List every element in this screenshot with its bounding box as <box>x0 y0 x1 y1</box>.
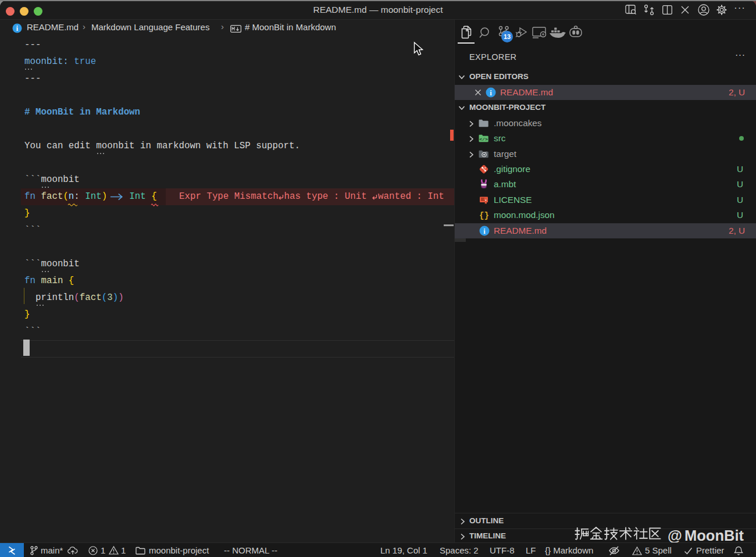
svg-text:</>: </> <box>479 137 488 142</box>
svg-text:i: i <box>490 89 492 97</box>
svg-text:i: i <box>483 227 486 235</box>
